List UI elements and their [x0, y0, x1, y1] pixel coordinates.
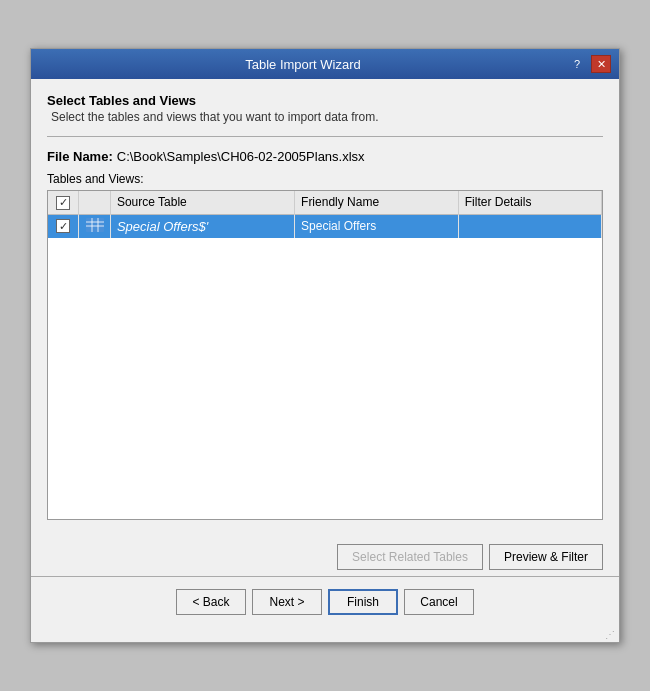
- file-name-row: File Name: C:\Book\Samples\CH06-02-2005P…: [47, 149, 603, 164]
- row-filter: [458, 214, 601, 238]
- header-icon-cell: [79, 191, 111, 214]
- row-source: Special Offers$': [110, 214, 294, 238]
- section-title: Select Tables and Views: [47, 93, 603, 108]
- header-checkbox[interactable]: [56, 196, 70, 210]
- title-bar: Table Import Wizard ? ✕: [31, 49, 619, 79]
- tables-views-label: Tables and Views:: [47, 172, 603, 186]
- section-divider: [47, 136, 603, 137]
- select-related-button[interactable]: Select Related Tables: [337, 544, 483, 570]
- header-filter: Filter Details: [458, 191, 601, 214]
- table-row[interactable]: Special Offers$' Special Offers: [48, 214, 602, 238]
- file-name-label: File Name:: [47, 149, 113, 164]
- preview-filter-button[interactable]: Preview & Filter: [489, 544, 603, 570]
- row-icon-cell: [79, 214, 111, 238]
- file-name-value: C:\Book\Samples\CH06-02-2005Plans.xlsx: [117, 149, 365, 164]
- nav-buttons: < Back Next > Finish Cancel: [31, 583, 619, 627]
- header-friendly: Friendly Name: [295, 191, 459, 214]
- finish-button[interactable]: Finish: [328, 589, 398, 615]
- table-header-row: Source Table Friendly Name Filter Detail…: [48, 191, 602, 214]
- bottom-divider: [31, 576, 619, 577]
- row-checkbox-cell[interactable]: [48, 214, 79, 238]
- back-button[interactable]: < Back: [176, 589, 246, 615]
- window-title: Table Import Wizard: [39, 57, 567, 72]
- svg-rect-0: [86, 218, 104, 232]
- next-button[interactable]: Next >: [252, 589, 322, 615]
- tables-grid: Source Table Friendly Name Filter Detail…: [48, 191, 602, 238]
- close-button[interactable]: ✕: [591, 55, 611, 73]
- dialog-body: Select Tables and Views Select the table…: [31, 79, 619, 534]
- table-container: Source Table Friendly Name Filter Detail…: [47, 190, 603, 520]
- footer-buttons: Select Related Tables Preview & Filter: [31, 534, 619, 576]
- title-bar-controls: ? ✕: [567, 55, 611, 73]
- row-checkbox[interactable]: [56, 219, 70, 233]
- row-friendly: Special Offers: [295, 214, 459, 238]
- header-source: Source Table: [110, 191, 294, 214]
- section-description: Select the tables and views that you wan…: [47, 110, 603, 124]
- source-table-text: Special Offers$': [117, 219, 208, 234]
- cancel-button[interactable]: Cancel: [404, 589, 474, 615]
- dialog-window: Table Import Wizard ? ✕ Select Tables an…: [30, 48, 620, 643]
- header-checkbox-cell[interactable]: [48, 191, 79, 214]
- table-icon: [86, 218, 104, 232]
- resize-handle: ⋰: [31, 627, 619, 642]
- help-button[interactable]: ?: [567, 55, 587, 73]
